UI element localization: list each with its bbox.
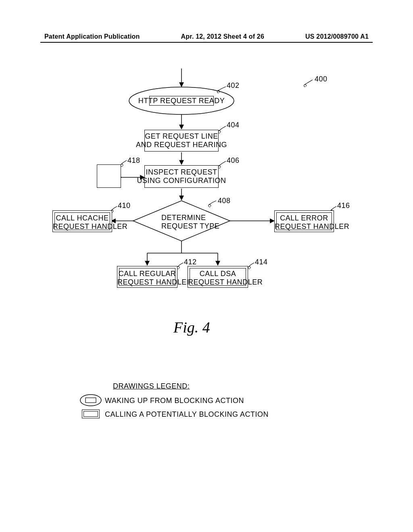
ref-410: 410	[118, 202, 131, 210]
legend-double-box-icon	[82, 409, 100, 418]
header-left: Patent Application Publication	[44, 33, 140, 40]
header-right: US 2012/0089700 A1	[305, 33, 369, 40]
node-406-label: INSPECT REQUEST USING CONFIGURATION	[137, 168, 226, 185]
node-402-label: HTTP REQUEST READY	[138, 97, 225, 105]
node-418-empty	[97, 164, 121, 188]
node-dsa-handler: CALL DSA REQUEST HANDLER	[188, 266, 248, 288]
ref-418: 418	[127, 156, 140, 165]
ref-406: 406	[227, 156, 240, 165]
legend-item-waking: WAKING UP FROM BLOCKING ACTION	[105, 397, 244, 405]
ref-402: 402	[227, 81, 240, 90]
node-inspect-request: INSPECT REQUEST USING CONFIGURATION	[144, 165, 219, 188]
node-404-label: GET REQUEST LINE AND REQUEST HEARING	[136, 132, 227, 149]
ref-414: 414	[255, 258, 268, 266]
node-regular-handler: CALL REGULAR REQUEST HANDLER	[117, 266, 177, 288]
header-rule	[40, 42, 373, 43]
ref-408: 408	[218, 197, 231, 205]
node-408-label: DETERMINE REQUEST TYPE	[161, 214, 202, 230]
ref-412: 412	[184, 258, 197, 266]
header-center: Apr. 12, 2012 Sheet 4 of 26	[181, 33, 264, 40]
node-hcache-handler: CALL HCACHE REQUEST HANDLER	[52, 210, 112, 232]
ref-416: 416	[337, 202, 350, 210]
node-412-label: CALL REGULAR REQUEST HANDLER	[117, 270, 177, 286]
ref-400: 400	[315, 75, 327, 83]
figure-canvas: HTTP REQUEST READY GET REQUEST LINE AND …	[0, 60, 413, 484]
legend-title: DRAWINGS LEGEND:	[113, 382, 190, 391]
legend-item-calling: CALLING A POTENTIALLY BLOCKING ACTION	[105, 410, 269, 419]
figure-caption: Fig. 4	[173, 318, 210, 336]
node-414-label: CALL DSA REQUEST HANDLER	[188, 270, 248, 286]
node-error-handler: CALL ERROR REQUEST HANDLER	[274, 210, 334, 232]
node-416-label: CALL ERROR REQUEST HANDLER	[275, 214, 334, 231]
ref-404: 404	[227, 121, 240, 129]
page-header: Patent Application Publication Apr. 12, …	[44, 33, 369, 40]
node-410-label: CALL HCACHE REQUEST HANDLER	[53, 214, 112, 231]
node-get-request-line: GET REQUEST LINE AND REQUEST HEARING	[144, 130, 219, 152]
svg-rect-14	[86, 398, 96, 403]
node-http-request-ready: HTTP REQUEST READY	[149, 96, 214, 106]
